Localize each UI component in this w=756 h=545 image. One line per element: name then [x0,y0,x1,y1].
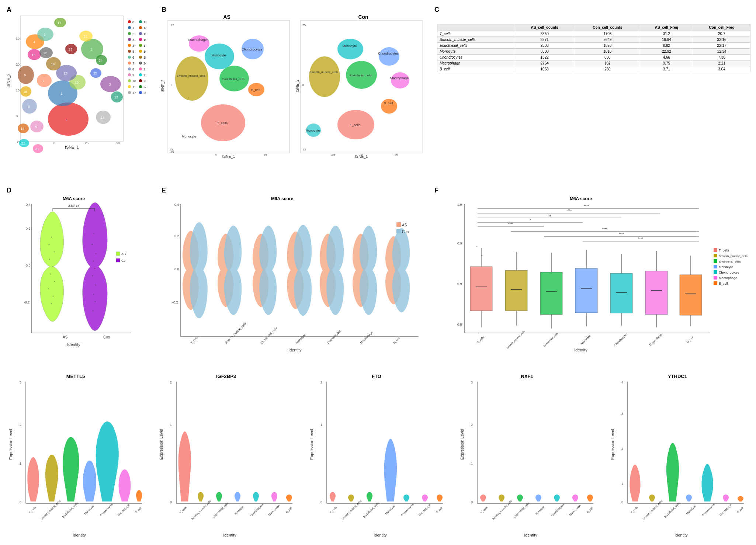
svg-text:Chondrocytes: Chondrocytes [378,52,399,55]
svg-text:0: 0 [20,500,21,504]
panel-D-label: D [7,187,11,194]
violin-E: M6A score 0.4 0.2 0.0 -0.2 Identity T_ce… [160,193,426,364]
svg-text:10: 10 [132,79,136,83]
svg-text:Con: Con [121,259,128,263]
svg-text:2: 2 [320,381,322,384]
svg-text:AS: AS [63,335,68,339]
svg-text:Chondrocytes: Chondrocytes [719,271,739,274]
svg-text:Endothelial_cells: Endothelial_cells [212,501,229,518]
svg-text:****: **** [619,232,624,236]
svg-text:Chondrocytes: Chondrocytes [613,332,628,347]
svg-text:T_cells: T_cells [630,506,639,514]
svg-rect-265 [575,268,597,313]
svg-point-253 [478,333,479,334]
svg-point-182 [50,274,51,275]
svg-text:19: 19 [143,56,146,59]
svg-text:Expression Level: Expression Level [159,429,163,460]
svg-text:-25: -25 [170,150,174,154]
svg-point-155 [381,99,397,114]
row3: METTL5 3 2 1 0 [4,365,756,545]
svg-text:22: 22 [143,73,146,77]
svg-text:B_cell: B_cell [719,282,728,285]
svg-text:NXF1: NXF1 [521,374,533,379]
svg-point-153 [391,72,409,88]
svg-text:T_cells: T_cells [350,123,361,127]
svg-text:B_cell: B_cell [135,506,142,514]
svg-text:25: 25 [302,24,306,27]
panel-E-label: E [162,187,166,194]
svg-text:Chondrocytes: Chondrocytes [250,503,264,517]
svg-point-90 [139,20,142,23]
svg-text:3: 3 [109,83,111,86]
svg-text:****: **** [584,204,589,208]
panel-G-IGF2BP3: IGF2BP3 2 1 0 T [154,365,305,545]
svg-text:M6A score: M6A score [63,196,85,201]
svg-text:Identity: Identity [67,342,80,347]
svg-text:6: 6 [132,56,134,59]
cell-as-count: 5371 [514,37,575,43]
svg-rect-290 [714,259,717,263]
svg-point-252 [482,255,483,256]
svg-text:7: 7 [42,79,44,83]
svg-point-181 [52,266,53,267]
svg-point-12 [48,103,89,136]
svg-text:Monocyte: Monocyte [580,334,592,345]
svg-text:13: 13 [114,96,118,99]
col-header-name [437,24,514,31]
svg-text:8: 8 [132,67,134,71]
cell-as-count: 2764 [514,60,575,66]
svg-text:M6A score: M6A score [271,196,294,201]
panel-D: D M6A score 0.4 0.2 0.0 -0.2 AS Con Iden… [4,184,159,366]
col-header-con-freq: Con_cell_Freq [693,24,750,31]
svg-text:25: 25 [93,72,97,75]
svg-text:-0.2: -0.2 [172,301,178,304]
svg-point-189 [96,253,97,254]
svg-point-180 [49,259,50,260]
cell-con-count: 1016 [575,49,640,55]
svg-text:-25: -25 [302,148,306,151]
svg-text:20: 20 [44,51,47,55]
svg-rect-255 [505,270,527,311]
boxplot-F: M6A score 1.0 0.9 0.9 0.8 **** **** ns * [433,193,754,364]
svg-text:11: 11 [83,35,87,38]
violin-IGF2BP3: IGF2BP3 2 1 0 T [156,371,300,540]
svg-text:3.6e-16: 3.6e-16 [68,204,80,208]
svg-point-68 [128,32,131,35]
svg-text:25: 25 [395,153,398,157]
svg-text:Chondrocytes: Chondrocytes [326,329,341,344]
svg-point-106 [139,67,142,70]
svg-text:21: 21 [35,147,39,151]
svg-point-80 [128,67,131,70]
svg-text:T_cells: T_cells [476,335,485,344]
svg-text:Identity: Identity [674,533,688,537]
svg-rect-201 [116,252,120,256]
svg-text:Smooth_muscle_cells: Smooth_muscle_cells [642,499,663,521]
svg-text:Monocyte: Monocyte [342,44,357,48]
table-row: Chondrocytes 1322 608 4.66 7.38 [437,55,750,60]
svg-text:Monocyte: Monocyte [535,505,546,516]
svg-text:****: **** [508,222,514,226]
cell-as-count: 1322 [514,55,575,60]
svg-text:YTHDC1: YTHDC1 [668,374,687,379]
svg-text:6: 6 [44,33,45,37]
svg-text:Smooth_muscle_cells: Smooth_muscle_cells [224,322,247,344]
svg-point-193 [95,285,96,286]
svg-point-78 [128,62,131,65]
svg-text:Identity: Identity [374,533,387,537]
main-container: A tSNE_1 tSNE_2 -25 0 25 50 -25 0 10 20 … [0,0,756,545]
panel-G-NXF1: NXF1 3 2 1 0 T_cells Smooth_muscle_cells… [455,365,606,545]
svg-text:tSNE_2: tSNE_2 [295,79,299,92]
svg-text:25: 25 [143,91,146,95]
svg-text:3: 3 [471,381,473,384]
cell-as-freq: 3.71 [640,66,693,72]
svg-point-251 [476,246,478,247]
svg-point-82 [128,73,131,76]
svg-text:Smooth_muscle_cells: Smooth_muscle_cells [190,499,212,521]
svg-text:Con: Con [402,230,409,234]
table-row: B_cell 1053 250 3.71 3.04 [437,66,750,72]
svg-text:IGF2BP3: IGF2BP3 [216,374,236,379]
svg-text:0: 0 [170,500,172,504]
svg-text:Identity: Identity [73,533,86,537]
cell-con-count: 608 [575,55,640,60]
svg-text:8: 8 [28,105,30,108]
